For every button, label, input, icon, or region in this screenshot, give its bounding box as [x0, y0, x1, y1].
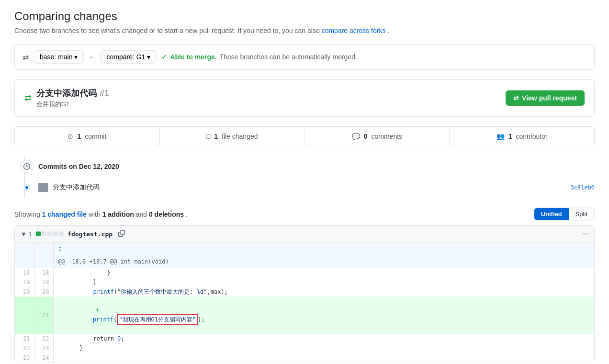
line-num-old: 21: [15, 334, 34, 343]
hunk-header-row: @@ -18,6 +18,7 @@ int main(void): [15, 255, 594, 268]
file-name: fdogtest.cpp: [68, 231, 113, 238]
pr-title-group: 分支中添加代码 #1 合并我的G1: [36, 88, 109, 109]
pr-header: ⇄ 分支中添加代码 #1 合并我的G1: [24, 88, 109, 109]
line-num-old: [15, 243, 34, 255]
timeline: Commits on Dec 12, 2020 分支中添加代码 3c81eb6: [14, 156, 595, 198]
view-pr-button[interactable]: ⇄ View pull request: [506, 90, 585, 106]
line-content: }: [53, 343, 594, 353]
pr-icon: ⇄: [24, 93, 32, 103]
commit-sha-link[interactable]: 3c81eb6: [570, 184, 595, 191]
diff-table: ↕ @@ -18,6 +18,7 @@ int main(void) 18 18…: [15, 243, 594, 363]
diff-line-22-23: 22 23 }: [15, 343, 594, 353]
line-num-old: 18: [15, 268, 34, 277]
added-marker: +: [93, 306, 102, 314]
arrow-right-icon: ←: [89, 53, 95, 61]
diff-summary-text: Showing 1 changed file with 1 addition a…: [14, 210, 188, 218]
contributor-stat-icon: 👥: [496, 132, 505, 140]
branch-bar: ⇄ base: main ▾ ← compare: G1 ▾ ✓ Able to…: [14, 44, 595, 70]
line-content: }: [53, 268, 594, 277]
addition-square: [36, 232, 41, 236]
line-num-new: 24: [34, 353, 53, 363]
diff-line-18: 18 18 }: [15, 268, 594, 277]
line-content: + printf("我现在再用G1分支编写内容");: [53, 297, 594, 334]
stat-comments[interactable]: 💬 0 comments: [305, 127, 450, 146]
line-num-new: 20: [34, 287, 53, 297]
file-stat-icon: □: [206, 132, 210, 140]
timeline-date: Commits on Dec 12, 2020: [38, 163, 119, 170]
commit-row: 分支中添加代码 3c81eb6: [14, 177, 595, 198]
diff-view-toggle: Unified Split: [534, 208, 595, 221]
diff-header-bar: Showing 1 changed file with 1 addition a…: [14, 208, 595, 221]
copy-filename-button[interactable]: [118, 230, 125, 238]
pr-btn-icon: ⇄: [513, 94, 519, 102]
line-content: }: [53, 277, 594, 287]
page-title: Comparing changes: [14, 10, 595, 23]
file-collapse-button[interactable]: ▼ 1: [21, 231, 32, 238]
line-content: printf("你输入的三个数中最大的是: %d",max);: [53, 287, 594, 297]
avatar: [38, 183, 48, 192]
unified-view-button[interactable]: Unified: [534, 208, 569, 220]
pr-number: #1: [100, 88, 109, 99]
chevron-down-icon: ▾: [147, 53, 150, 61]
diff-line-23-24: 23 24: [15, 353, 594, 363]
pr-title: 分支中添加代码 #1: [36, 88, 109, 99]
merge-status: ✓ Able to merge. These branches can be a…: [161, 53, 357, 61]
line-num-new: 22: [34, 334, 53, 343]
neutral-square: [59, 232, 64, 236]
compare-forks-link[interactable]: compare across forks: [322, 27, 386, 34]
file-change-squares: [36, 232, 64, 236]
changed-file-link[interactable]: 1 changed file: [42, 210, 87, 218]
stat-commits[interactable]: ⊙ 1 commit: [15, 127, 160, 146]
line-num-old: [15, 297, 34, 334]
compare-branch-select[interactable]: compare: G1 ▾: [100, 50, 157, 64]
line-content: return 0;: [53, 334, 594, 343]
line-num-new: 21: [34, 297, 53, 334]
commit-message: 分支中添加代码: [53, 183, 565, 192]
page-subtitle: Choose two branches to see what's change…: [14, 27, 595, 34]
line-num-old: 22: [15, 343, 34, 353]
diff-line-19: 19 19 }: [15, 277, 594, 287]
pr-card: ⇄ 分支中添加代码 #1 合并我的G1 ⇄ View pull request: [14, 79, 595, 117]
diff-line-20: 20 20 printf("你输入的三个数中最大的是: %d",max);: [15, 287, 594, 297]
comment-stat-icon: 💬: [352, 132, 360, 140]
stat-contributors[interactable]: 👥 1 contributor: [450, 127, 594, 146]
pr-subtitle: 合并我的G1: [36, 100, 109, 109]
stats-bar: ⊙ 1 commit □ 1 file changed 💬 0 comments…: [14, 126, 595, 146]
stat-files[interactable]: □ 1 file changed: [160, 127, 305, 146]
expand-hunk-button[interactable]: ↕: [58, 244, 62, 253]
chevron-down-icon: ▼: [21, 231, 27, 238]
line-content: [53, 353, 594, 363]
base-branch-select[interactable]: base: main ▾: [34, 50, 84, 64]
timeline-group-icon: [20, 160, 34, 173]
neutral-square: [47, 232, 52, 236]
diff-line-21-22: 21 22 return 0;: [15, 334, 594, 343]
expand-row: ↕: [15, 243, 594, 255]
chevron-down-icon: ▾: [74, 53, 78, 61]
neutral-square: [53, 232, 58, 236]
check-icon: ✓: [161, 53, 167, 61]
line-num-new: 23: [34, 343, 53, 353]
compare-icon: ⇄: [23, 53, 29, 62]
line-num-new: [34, 243, 53, 255]
split-view-button[interactable]: Split: [569, 208, 594, 220]
hunk-header-text: @@ -18,6 +18,7 @@ int main(void): [53, 255, 594, 268]
line-num-new: 19: [34, 277, 53, 287]
line-num-old: 20: [15, 287, 34, 297]
file-card-header: ▼ 1 fdogtest.cpp ···: [15, 226, 594, 243]
line-num-new: 18: [34, 268, 53, 277]
neutral-square: [42, 232, 46, 236]
file-menu-button[interactable]: ···: [582, 230, 588, 238]
diff-line-21-added: 21 + printf("我现在再用G1分支编写内容");: [15, 297, 594, 334]
line-num-old: 19: [15, 277, 34, 287]
commit-dot: [20, 181, 34, 194]
file-card: ▼ 1 fdogtest.cpp ··· ↕: [14, 225, 595, 363]
commit-stat-icon: ⊙: [68, 132, 73, 140]
timeline-group-header: Commits on Dec 12, 2020: [14, 156, 595, 177]
line-num-old: 23: [15, 353, 34, 363]
